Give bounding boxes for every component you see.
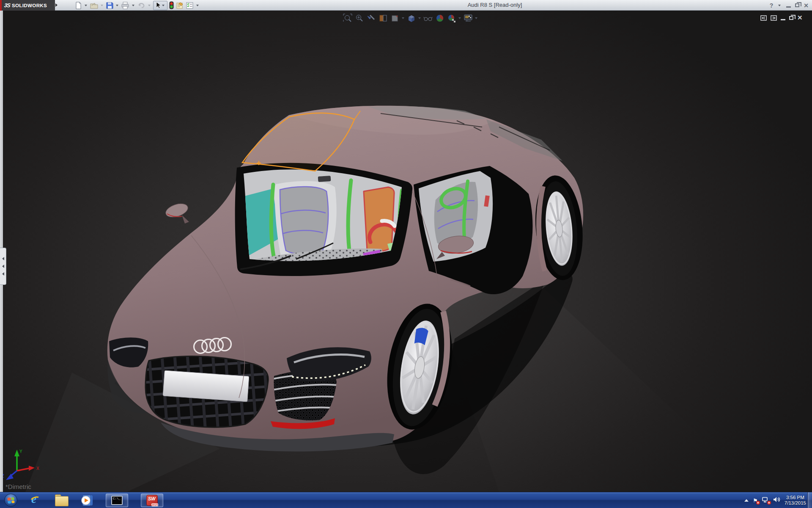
headsup-view-toolbar bbox=[343, 13, 477, 23]
start-button[interactable] bbox=[4, 494, 17, 507]
rebuild-button[interactable] bbox=[169, 1, 174, 10]
doc-restore-button[interactable] bbox=[789, 16, 793, 20]
window-controls: ? ✕ bbox=[770, 0, 809, 11]
print-dropdown-caret[interactable] bbox=[132, 5, 134, 6]
expand-arrow-icon bbox=[2, 265, 4, 268]
show-desktop-button[interactable] bbox=[807, 492, 812, 508]
expand-arrow-icon bbox=[2, 272, 4, 276]
zoom-to-area-button[interactable] bbox=[354, 13, 364, 23]
help-button[interactable]: ? bbox=[770, 2, 774, 9]
view-orientation-label: *Dimetric bbox=[5, 483, 31, 490]
app-restore-button[interactable] bbox=[795, 3, 799, 7]
document-window-controls: ✕ bbox=[760, 14, 803, 22]
view-orientation-caret[interactable] bbox=[418, 17, 421, 19]
command-prompt-button[interactable]: C:\_ bbox=[106, 494, 128, 507]
split-pane-right-icon[interactable] bbox=[771, 15, 777, 21]
doc-minimize-button[interactable] bbox=[781, 19, 785, 20]
select-dropdown-caret[interactable] bbox=[162, 5, 165, 6]
featuremanager-expand-tab[interactable] bbox=[0, 248, 6, 285]
triad-y-label: Y bbox=[19, 449, 22, 454]
edit-appearance-button[interactable] bbox=[435, 13, 444, 23]
brand-name: SOLIDWORKS bbox=[12, 3, 47, 8]
featuremanager-splitter[interactable] bbox=[0, 11, 3, 492]
view-settings-button[interactable] bbox=[463, 13, 473, 23]
titlebar: 3S SOLIDWORKS bbox=[0, 0, 812, 11]
solidworks-window: 3S SOLIDWORKS bbox=[0, 0, 812, 508]
open-dropdown-caret[interactable] bbox=[101, 5, 103, 6]
annotation-views-button[interactable] bbox=[390, 13, 400, 23]
options-dropdown-caret[interactable] bbox=[196, 5, 199, 6]
undo-button[interactable] bbox=[137, 1, 146, 10]
new-document-button[interactable] bbox=[74, 1, 82, 10]
save-button[interactable] bbox=[106, 1, 114, 10]
document-title: Audi R8 S [Read-only] bbox=[406, 2, 584, 8]
undo-dropdown-caret[interactable] bbox=[148, 5, 151, 6]
view-orientation-button[interactable] bbox=[406, 13, 416, 23]
front-grille[interactable] bbox=[145, 356, 268, 428]
view-settings-caret[interactable] bbox=[475, 17, 477, 19]
apply-scene-button[interactable] bbox=[447, 13, 456, 23]
file-explorer-button[interactable] bbox=[55, 496, 69, 506]
logo-3s-glyph: 3S bbox=[4, 2, 11, 8]
left-side-mirror[interactable] bbox=[164, 201, 189, 224]
options-checklist-icon bbox=[186, 2, 194, 9]
file-properties-icon bbox=[176, 2, 184, 9]
menu-expand-arrow-icon[interactable] bbox=[55, 3, 58, 7]
rebuild-traffic-light-icon bbox=[169, 1, 174, 9]
expand-arrow-icon bbox=[2, 257, 4, 260]
select-cursor-icon bbox=[155, 2, 161, 9]
zoom-to-fit-button[interactable] bbox=[343, 13, 352, 23]
hide-show-items-button[interactable] bbox=[423, 13, 433, 23]
app-close-button[interactable]: ✕ bbox=[804, 2, 809, 9]
open-document-button[interactable] bbox=[90, 1, 99, 10]
apply-scene-caret[interactable] bbox=[458, 17, 461, 19]
print-button[interactable] bbox=[121, 1, 130, 10]
select-tool-button[interactable] bbox=[153, 1, 167, 10]
open-folder-icon bbox=[90, 2, 98, 9]
taskbar-clock[interactable]: 3:56 PM 7/13/2015 bbox=[785, 495, 806, 506]
solidworks-taskbar-button[interactable]: SW 2015 bbox=[141, 494, 163, 507]
action-center-icon[interactable]: ⚑✕ bbox=[753, 497, 758, 504]
triad-x-label: X bbox=[36, 466, 39, 471]
help-dropdown-caret[interactable] bbox=[778, 5, 781, 6]
solidworks-logo: 3S SOLIDWORKS bbox=[0, 0, 55, 11]
folder-icon bbox=[55, 496, 69, 506]
network-status-icon[interactable]: ✕ bbox=[762, 497, 769, 504]
windows-taskbar: e C:\_ SW 2015 ⚑✕ ✕ bbox=[0, 492, 812, 508]
solidworks-2015-icon: SW 2015 bbox=[146, 495, 158, 506]
car-model-scene[interactable]: Y X Z bbox=[0, 11, 812, 492]
previous-view-button[interactable] bbox=[366, 13, 376, 23]
app-minimize-button[interactable] bbox=[786, 6, 791, 8]
tray-time: 3:56 PM bbox=[785, 495, 806, 500]
file-properties-button[interactable] bbox=[176, 1, 184, 10]
internet-explorer-button[interactable]: e bbox=[30, 494, 42, 507]
volume-icon[interactable] bbox=[773, 497, 780, 504]
system-tray: ⚑✕ ✕ 3:56 PM 7/13/2015 bbox=[744, 492, 806, 508]
media-player-button[interactable] bbox=[81, 494, 93, 506]
printer-icon bbox=[121, 2, 129, 9]
new-document-icon bbox=[75, 2, 82, 9]
split-pane-left-icon[interactable] bbox=[760, 15, 767, 21]
command-prompt-icon: C:\_ bbox=[111, 496, 123, 505]
doc-close-button[interactable]: ✕ bbox=[797, 14, 803, 22]
undo-arrow-icon bbox=[137, 2, 145, 9]
show-hidden-icons-button[interactable] bbox=[744, 499, 749, 502]
graphics-viewport[interactable]: Y X Z bbox=[0, 11, 812, 492]
save-floppy-icon bbox=[106, 2, 113, 9]
main-toolbar bbox=[74, 0, 200, 10]
section-view-button[interactable] bbox=[378, 13, 388, 23]
tray-date: 7/13/2015 bbox=[785, 500, 806, 506]
logo-red-stripe bbox=[0, 0, 2, 11]
annotation-views-caret[interactable] bbox=[402, 17, 404, 19]
options-button[interactable] bbox=[186, 1, 194, 10]
windows-flag-icon bbox=[7, 497, 14, 504]
save-dropdown-caret[interactable] bbox=[116, 5, 118, 6]
new-dropdown-caret[interactable] bbox=[85, 5, 87, 6]
